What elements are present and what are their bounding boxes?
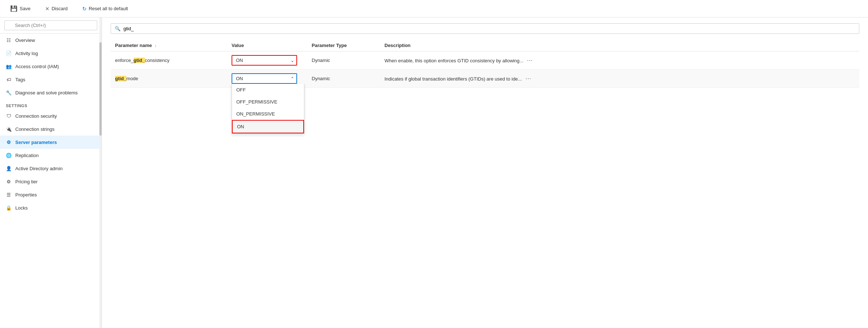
reset-label: Reset all to default xyxy=(89,6,128,11)
globe-icon: 🌐 xyxy=(6,152,12,158)
dropdown-option-on-permissive[interactable]: ON_PERMISSIVE xyxy=(232,108,304,120)
scroll-track xyxy=(99,17,102,328)
tag-icon: 🏷 xyxy=(6,77,12,82)
param-name-cell: enforce_gtid_consistency xyxy=(111,51,227,70)
sort-icon-name: ↕ xyxy=(155,43,157,48)
value-dropdown-wrapper-2: ON ⌃ OFF OFF_PERMISSIVE ON_PERMISSIVE ON xyxy=(232,73,297,84)
col-header-name[interactable]: Parameter name ↕ xyxy=(111,40,227,51)
sidebar-item-connection-strings-label: Connection strings xyxy=(15,126,55,132)
parameters-table: Parameter name ↕ Value Parameter Type De… xyxy=(111,40,859,88)
param-type-cell-1: Dynamic xyxy=(307,51,380,70)
sidebar-item-replication[interactable]: 🌐 Replication xyxy=(0,149,102,162)
value-select-2[interactable]: ON ⌃ xyxy=(232,73,297,84)
sidebar-item-connection-strings[interactable]: 🔌 Connection strings xyxy=(0,122,102,136)
sidebar-item-access-control[interactable]: 👥 Access control (IAM) xyxy=(0,60,102,73)
filter-bar: 🔍 xyxy=(111,23,859,34)
col-header-description: Description xyxy=(380,40,859,51)
sidebar-item-active-directory-label: Active Directory admin xyxy=(15,166,63,171)
dropdown-option-off[interactable]: OFF xyxy=(232,84,304,96)
chevron-up-icon-2: ⌃ xyxy=(291,76,294,81)
sidebar-item-server-parameters-label: Server parameters xyxy=(15,140,57,145)
sidebar: 🔍 ☷ Overview 📄 Activity log 👥 Access con… xyxy=(0,17,102,328)
param-description-cell-1: When enable, this option enforces GTID c… xyxy=(380,51,859,70)
doc-icon: 📄 xyxy=(6,50,12,56)
table-row: gtid_mode ON ⌃ OFF xyxy=(111,70,859,88)
main-layout: 🔍 ☷ Overview 📄 Activity log 👥 Access con… xyxy=(0,17,868,328)
param-type-cell-2: Dynamic xyxy=(307,70,380,88)
discard-icon: ✕ xyxy=(45,6,50,12)
sidebar-item-active-directory[interactable]: 👤 Active Directory admin xyxy=(0,162,102,175)
reset-button[interactable]: ↻ Reset all to default xyxy=(78,4,133,14)
reset-icon: ↻ xyxy=(82,6,87,12)
sidebar-item-tags[interactable]: 🏷 Tags xyxy=(0,73,102,86)
sidebar-search-wrapper: 🔍 xyxy=(0,17,102,34)
list-icon: ☰ xyxy=(6,192,12,198)
toolbar: 💾 Save ✕ Discard ↻ Reset all to default xyxy=(0,0,868,17)
user-group-icon: 👤 xyxy=(6,165,12,171)
content-area: 🔍 Parameter name ↕ Value Pa xyxy=(102,17,868,328)
param-name-enforce: enforce_gtid_consistency xyxy=(115,58,170,63)
param-description-cell-2: Indicates if global transaction identifi… xyxy=(380,70,859,88)
save-label: Save xyxy=(20,6,31,11)
sidebar-item-overview[interactable]: ☷ Overview xyxy=(0,34,102,47)
chevron-down-icon-1: ⌄ xyxy=(291,58,294,63)
value-select-1[interactable]: ON ⌄ xyxy=(232,55,297,66)
save-button[interactable]: 💾 Save xyxy=(6,3,35,14)
param-name-gtid: gtid_mode xyxy=(115,76,138,81)
table-row: enforce_gtid_consistency ON ⌄ xyxy=(111,51,859,70)
more-button-1[interactable]: ⋯ xyxy=(525,56,535,65)
param-value-cell-1: ON ⌄ xyxy=(227,51,307,70)
sidebar-item-server-parameters[interactable]: ⚙ Server parameters xyxy=(0,136,102,149)
filter-icon: 🔍 xyxy=(115,26,121,31)
sidebar-item-overview-label: Overview xyxy=(15,38,35,43)
sidebar-item-pricing-tier[interactable]: ⚙ Pricing tier xyxy=(0,175,102,188)
sidebar-item-activity-log-label: Activity log xyxy=(15,51,38,56)
filter-input[interactable] xyxy=(123,26,855,31)
lock-icon: 🔒 xyxy=(6,205,12,211)
shield-icon: 🛡 xyxy=(6,113,12,119)
sidebar-item-replication-label: Replication xyxy=(15,153,39,158)
people-icon: 👥 xyxy=(6,63,12,69)
sidebar-item-connection-security[interactable]: 🛡 Connection security xyxy=(0,109,102,122)
wrench-icon: 🔧 xyxy=(6,90,12,95)
col-header-value: Value xyxy=(227,40,307,51)
coins-icon: ⚙ xyxy=(6,179,12,184)
sidebar-item-connection-security-label: Connection security xyxy=(15,113,57,119)
sidebar-item-access-control-label: Access control (IAM) xyxy=(15,64,59,69)
discard-button[interactable]: ✕ Discard xyxy=(41,4,72,14)
grid-icon: ☷ xyxy=(6,37,12,43)
sidebar-item-locks[interactable]: 🔒 Locks xyxy=(0,201,102,214)
sidebar-search-input[interactable] xyxy=(4,20,97,30)
discard-label: Discard xyxy=(52,6,68,11)
more-button-2[interactable]: ⋯ xyxy=(523,74,533,83)
settings-section-label: Settings xyxy=(0,99,102,109)
param-value-cell-2: ON ⌃ OFF OFF_PERMISSIVE ON_PERMISSIVE ON xyxy=(227,70,307,88)
param-name-cell-2: gtid_mode xyxy=(111,70,227,88)
sidebar-item-diagnose-label: Diagnose and solve problems xyxy=(15,90,78,95)
sliders-icon: ⚙ xyxy=(6,139,12,145)
value-dropdown-menu: OFF OFF_PERMISSIVE ON_PERMISSIVE ON xyxy=(232,84,304,134)
dropdown-option-off-permissive[interactable]: OFF_PERMISSIVE xyxy=(232,96,304,108)
col-header-type: Parameter Type xyxy=(307,40,380,51)
sidebar-item-properties-label: Properties xyxy=(15,192,37,198)
save-icon: 💾 xyxy=(10,5,17,12)
plug-icon: 🔌 xyxy=(6,126,12,132)
scroll-thumb xyxy=(99,42,102,136)
sidebar-item-locks-label: Locks xyxy=(15,205,28,211)
dropdown-option-on[interactable]: ON xyxy=(232,120,304,133)
sidebar-item-tags-label: Tags xyxy=(15,77,25,82)
value-dropdown-wrapper-1: ON ⌄ xyxy=(232,55,297,66)
sidebar-item-activity-log[interactable]: 📄 Activity log xyxy=(0,47,102,60)
sidebar-item-diagnose[interactable]: 🔧 Diagnose and solve problems xyxy=(0,86,102,99)
sidebar-item-pricing-tier-label: Pricing tier xyxy=(15,179,38,184)
sidebar-item-properties[interactable]: ☰ Properties xyxy=(0,188,102,201)
